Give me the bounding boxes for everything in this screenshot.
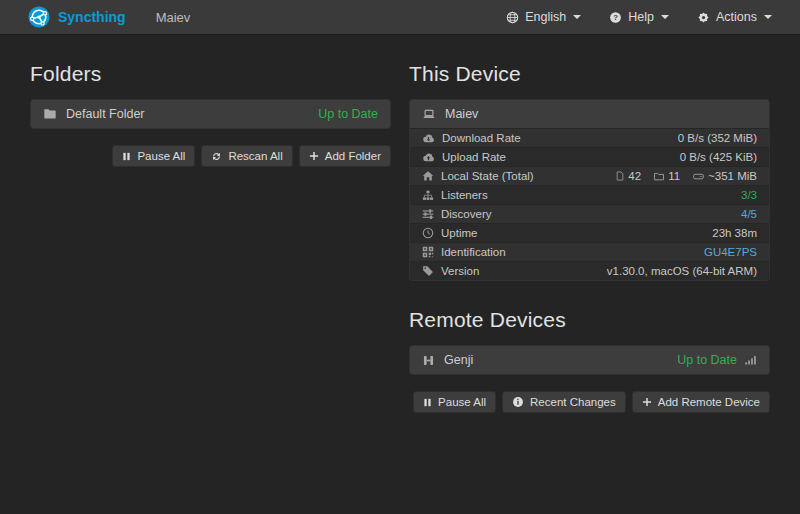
remote-devices-heading: Remote Devices: [409, 308, 770, 332]
clock-icon: [422, 227, 434, 239]
upload-rate-value: 0 B/s (425 KiB): [680, 151, 757, 163]
version-row: Version v1.30.0, macOS (64-bit ARM): [410, 261, 769, 280]
folder-panel: Default Folder Up to Date: [30, 99, 391, 129]
plus-icon: [642, 397, 652, 407]
devices-column: This Device Maiev: [409, 35, 770, 413]
chevron-down-icon: [661, 15, 669, 19]
local-state-directories: 11: [653, 170, 680, 182]
gear-icon: [697, 11, 710, 24]
laptop-icon: [422, 108, 436, 121]
local-state-size: ~351 MiB: [692, 170, 757, 182]
upload-rate-row: Upload Rate 0 B/s (425 KiB): [410, 147, 769, 166]
navbar-device-name: Maiev: [156, 10, 191, 25]
pause-all-devices-button[interactable]: Pause All: [413, 391, 496, 413]
chevron-down-icon: [764, 15, 772, 19]
this-device-heading: This Device: [409, 62, 770, 86]
folders-column: Folders Default Folder Up to Date Pa: [30, 35, 391, 413]
folder-name: Default Folder: [66, 107, 145, 121]
listeners-row: Listeners 3/3: [410, 185, 769, 204]
folder-row-default[interactable]: Default Folder Up to Date: [31, 100, 390, 128]
actions-menu[interactable]: Actions: [697, 10, 772, 24]
actions-menu-label: Actions: [716, 10, 757, 24]
rescan-all-button[interactable]: Rescan All: [201, 145, 292, 167]
question-circle-icon: ?: [609, 11, 622, 24]
file-icon: [615, 170, 625, 182]
add-folder-button[interactable]: Add Folder: [299, 145, 391, 167]
uptime-row: Uptime 23h 38m: [410, 223, 769, 242]
sitemap-icon: [422, 190, 434, 201]
folders-heading: Folders: [30, 62, 391, 86]
qrcode-icon: [422, 246, 434, 258]
brand[interactable]: Syncthing: [28, 6, 126, 28]
folder-icon: [43, 107, 57, 121]
listeners-value: 3/3: [741, 189, 757, 201]
discovery-value: 4/5: [741, 208, 757, 220]
local-state-row: Local State (Total) 42: [410, 166, 769, 185]
download-rate-row: Download Rate 0 B/s (352 MiB): [410, 128, 769, 147]
pause-icon: [122, 151, 131, 162]
signal-bars-icon: [744, 354, 757, 366]
this-device-table: Download Rate 0 B/s (352 MiB): [410, 128, 769, 280]
this-device-name: Maiev: [445, 107, 478, 121]
remote-device-row-genji[interactable]: Genji Up to Date: [410, 346, 769, 374]
folder-outline-icon: [653, 171, 665, 182]
brand-name: Syncthing: [58, 9, 126, 25]
svg-text:?: ?: [613, 13, 618, 22]
this-device-header[interactable]: Maiev: [410, 100, 769, 128]
local-state-files: 42: [615, 170, 641, 182]
cloud-download-icon: [422, 133, 435, 144]
pause-icon: [423, 397, 432, 408]
language-menu-label: English: [525, 10, 566, 24]
language-menu[interactable]: English: [506, 10, 581, 24]
hdd-icon: [692, 171, 705, 182]
chevron-down-icon: [573, 15, 581, 19]
this-device-panel: Maiev Download Rate 0 B/: [409, 99, 770, 281]
discovery-row: Discovery 4/5: [410, 204, 769, 223]
help-menu[interactable]: ? Help: [609, 10, 669, 24]
folder-status-badge: Up to Date: [318, 107, 378, 121]
sliders-icon: [422, 208, 434, 220]
navbar: Syncthing Maiev English ? Help: [0, 0, 800, 35]
info-circle-icon: [512, 396, 524, 408]
remote-device-status-badge: Up to Date: [677, 353, 737, 367]
remote-device-panel: Genji Up to Date: [409, 345, 770, 375]
remote-devices-actions: Pause All Recent Changes Add Remote Devi…: [409, 391, 770, 413]
add-remote-device-button[interactable]: Add Remote Device: [632, 391, 770, 413]
remote-device-name: Genji: [444, 353, 473, 367]
uptime-value: 23h 38m: [712, 227, 757, 239]
home-icon: [422, 170, 434, 182]
identification-row: Identification GU4E7PS: [410, 242, 769, 261]
globe-icon: [506, 11, 519, 24]
tag-icon: [422, 265, 434, 277]
version-value: v1.30.0, macOS (64-bit ARM): [607, 265, 757, 277]
recent-changes-button[interactable]: Recent Changes: [502, 391, 626, 413]
help-menu-label: Help: [628, 10, 654, 24]
syncthing-logo-icon: [28, 6, 50, 28]
pause-all-folders-button[interactable]: Pause All: [112, 145, 195, 167]
cloud-upload-icon: [422, 152, 435, 163]
plus-icon: [309, 151, 319, 161]
refresh-icon: [211, 151, 222, 162]
download-rate-value: 0 B/s (352 MiB): [678, 132, 757, 144]
identification-value[interactable]: GU4E7PS: [704, 246, 757, 258]
folders-actions: Pause All Rescan All Add Folder: [30, 145, 391, 167]
device-icon: [422, 354, 435, 367]
